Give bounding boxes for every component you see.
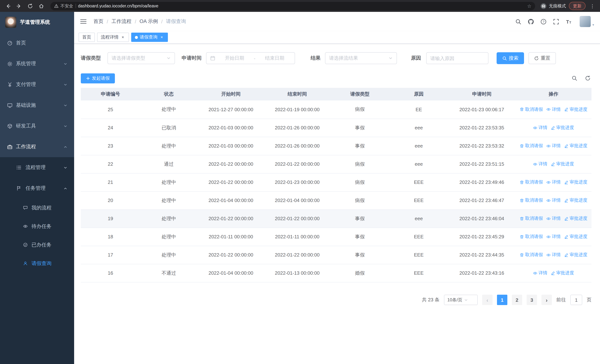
apply-time-cell: 2022-01-22 23:53:35 xyxy=(448,119,516,137)
sidebar-item-system[interactable]: 系统管理 xyxy=(0,53,74,74)
edit-icon xyxy=(564,216,569,221)
apply-time-range-picker[interactable]: 开始日期 - 结束日期 xyxy=(206,52,295,64)
edit-icon xyxy=(564,253,569,257)
cancel-action-link[interactable]: 取消请假 xyxy=(520,143,543,149)
detail-action-link[interactable]: 详情 xyxy=(533,270,547,276)
reason-cell: EEE xyxy=(390,264,448,282)
reason-input[interactable] xyxy=(426,52,488,64)
page-size-select[interactable]: 10条/页 xyxy=(444,295,478,305)
sidebar-item-done-tasks[interactable]: 已办任务 xyxy=(0,236,74,254)
status-cell: 通过 xyxy=(140,155,197,173)
fullscreen-icon[interactable] xyxy=(553,18,559,25)
prev-page-button[interactable]: ‹ xyxy=(482,295,493,305)
browser-update-button[interactable]: 更新 xyxy=(569,2,586,10)
status-cell: 处理中 xyxy=(140,191,197,209)
sidebar-item-label: 任务管理 xyxy=(26,185,60,192)
detail-action-link[interactable]: 详情 xyxy=(546,197,561,204)
detail-action-link[interactable]: 详情 xyxy=(533,161,547,167)
request-id-cell: 22 xyxy=(81,155,140,173)
sidebar-item-process-management[interactable]: 流程管理 xyxy=(0,157,74,178)
close-icon[interactable]: × xyxy=(159,35,164,40)
close-icon[interactable]: × xyxy=(121,35,125,40)
sidebar-item-task-management[interactable]: 任务管理 xyxy=(0,178,74,199)
reset-button[interactable]: 重置 xyxy=(528,52,556,64)
github-icon[interactable] xyxy=(528,18,534,25)
breadcrumb-item[interactable]: OA 示例 xyxy=(140,18,158,25)
sidebar-item-my-process[interactable]: 我的流程 xyxy=(0,199,74,217)
cancel-action-link[interactable]: 取消请假 xyxy=(520,179,543,185)
detail-action-link[interactable]: 详情 xyxy=(546,215,561,222)
goto-page-input[interactable] xyxy=(570,295,582,305)
avatar[interactable] xyxy=(580,16,591,27)
progress-action-link[interactable]: 审批进度 xyxy=(564,106,587,113)
browser-home-button[interactable] xyxy=(37,2,45,10)
sidebar-item-payment[interactable]: 支付管理 xyxy=(0,74,74,95)
page-button-2[interactable]: 2 xyxy=(512,295,522,305)
detail-action-link[interactable]: 详情 xyxy=(546,179,561,185)
font-size-icon[interactable] xyxy=(566,18,572,25)
refresh-table-icon-button[interactable] xyxy=(585,75,591,81)
progress-action-link[interactable]: 审批进度 xyxy=(564,215,587,222)
sidebar-item-leave-query[interactable]: 请假查询 xyxy=(0,254,74,273)
warning-icon xyxy=(54,4,58,8)
detail-action-link[interactable]: 详情 xyxy=(546,106,561,113)
toggle-search-icon-button[interactable] xyxy=(572,75,577,81)
progress-action-link[interactable]: 审批进度 xyxy=(551,161,574,167)
user-menu[interactable]: ▾ xyxy=(580,16,594,27)
help-icon[interactable] xyxy=(541,18,547,25)
next-page-button[interactable]: › xyxy=(542,295,552,305)
sidebar-item-workflow[interactable]: 工作流程 xyxy=(0,136,74,157)
trash-icon xyxy=(520,198,524,203)
sidebar-item-devtools[interactable]: 研发工具 xyxy=(0,116,74,136)
chevron-down-icon xyxy=(63,83,67,86)
cancel-action-link[interactable]: 取消请假 xyxy=(520,106,543,113)
detail-action-link[interactable]: 详情 xyxy=(546,143,561,149)
reason-cell: eee xyxy=(390,209,448,228)
browser-reload-button[interactable] xyxy=(26,2,34,10)
breadcrumb-item[interactable]: 工作流程 xyxy=(112,18,131,25)
cancel-action-link[interactable]: 取消请假 xyxy=(520,197,543,204)
tab-leave-query[interactable]: 请假查询 × xyxy=(131,33,168,42)
result-select[interactable]: 请选择流结果 xyxy=(325,52,397,64)
url-bar[interactable]: 不安全 dashboard.yudao.iocoder.cn/bpm/oa/le… xyxy=(50,2,535,10)
cancel-action-link[interactable]: 取消请假 xyxy=(520,215,543,222)
leave-type-cell: 事假 xyxy=(330,228,390,246)
progress-action-link[interactable]: 审批进度 xyxy=(564,197,587,204)
breadcrumb-item[interactable]: 首页 xyxy=(94,18,103,25)
start-time-cell: 2022-01-22 00:00:00 xyxy=(197,246,264,264)
detail-action-link[interactable]: 详情 xyxy=(533,125,547,131)
browser-back-button[interactable] xyxy=(4,2,12,10)
sidebar-item-home[interactable]: 首页 xyxy=(0,33,74,53)
search-icon[interactable] xyxy=(515,18,522,25)
request-id-cell: 25 xyxy=(81,101,140,119)
reset-button-label: 重置 xyxy=(541,55,550,62)
progress-action-link[interactable]: 审批进度 xyxy=(564,233,587,240)
progress-action-link[interactable]: 审批进度 xyxy=(551,125,574,131)
sidebar-item-infrastructure[interactable]: 基础设施 xyxy=(0,95,74,116)
site-security-chip[interactable]: 不安全 xyxy=(54,3,73,9)
cancel-action-link[interactable]: 取消请假 xyxy=(520,252,543,258)
page-button-1[interactable]: 1 xyxy=(497,295,507,305)
tab-home[interactable]: 首页 xyxy=(79,33,95,42)
progress-action-link[interactable]: 审批进度 xyxy=(564,179,587,185)
sidebar-collapse-icon[interactable] xyxy=(80,19,87,24)
tab-process-detail[interactable]: 流程详情 × xyxy=(97,33,129,42)
progress-action-link[interactable]: 审批进度 xyxy=(564,143,587,149)
browser-menu-icon[interactable]: ⋮ xyxy=(589,3,596,9)
page-button-3[interactable]: 3 xyxy=(527,295,537,305)
browser-forward-button[interactable] xyxy=(15,2,23,10)
cancel-action-link[interactable]: 取消请假 xyxy=(520,233,543,240)
search-button[interactable]: 搜索 xyxy=(497,52,524,64)
progress-action-link[interactable]: 审批进度 xyxy=(551,270,574,276)
leave-type-select[interactable]: 请选择请假类型 xyxy=(107,52,175,64)
sidebar-item-todo-tasks[interactable]: 待办任务 xyxy=(0,217,74,236)
progress-action-link[interactable]: 审批进度 xyxy=(564,252,587,258)
bookmark-star-icon[interactable]: ☆ xyxy=(525,3,534,9)
reason-cell: eee xyxy=(390,155,448,173)
check-circle-icon xyxy=(23,243,28,248)
create-leave-button[interactable]: 发起请假 xyxy=(81,73,115,83)
detail-action-link[interactable]: 详情 xyxy=(546,233,561,240)
url-text[interactable]: dashboard.yudao.iocoder.cn/bpm/oa/leave xyxy=(78,4,523,8)
url-divider xyxy=(75,4,76,8)
detail-action-link[interactable]: 详情 xyxy=(546,252,561,258)
